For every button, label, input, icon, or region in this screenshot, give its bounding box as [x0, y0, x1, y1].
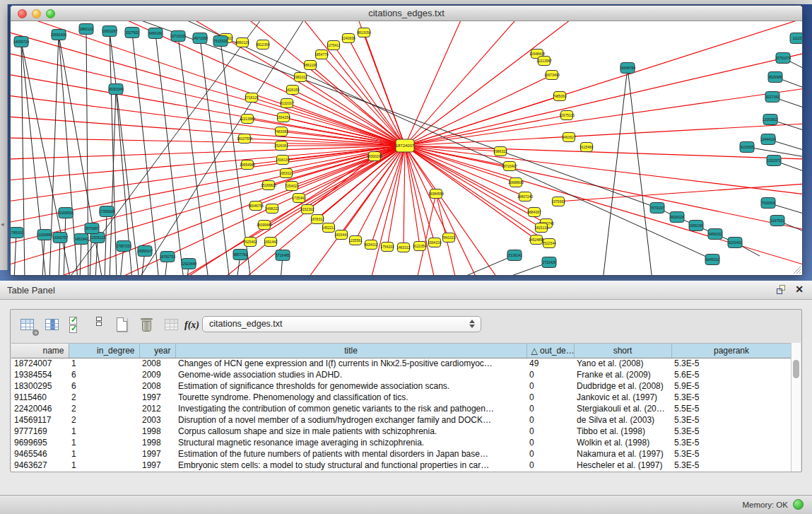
network-node[interactable]: 8912354: [256, 40, 270, 49]
network-node[interactable]: 15751074: [775, 53, 791, 64]
network-node[interactable]: 1506139: [276, 156, 290, 165]
network-node[interactable]: 10973493: [544, 71, 560, 80]
network-node[interactable]: 9215935: [740, 142, 754, 153]
network-node[interactable]: 1691442: [264, 238, 278, 247]
column-header-in_degree[interactable]: in_degree: [69, 344, 139, 358]
network-node[interactable]: 1754203: [380, 243, 394, 252]
network-node[interactable]: 9152302: [300, 205, 314, 214]
table-row[interactable]: 1872400712008Changes of HCN gene express…: [11, 358, 792, 369]
network-node[interactable]: 6466160: [148, 28, 163, 39]
table-row[interactable]: 2242004622012Investigating the contribut…: [11, 403, 792, 414]
table-selector-dropdown[interactable]: citations_edges.txt: [202, 316, 481, 332]
column-header-year[interactable]: year: [139, 344, 175, 358]
network-node[interactable]: 1878312: [310, 215, 324, 224]
network-node[interactable]: 7485063: [553, 92, 567, 101]
window-resize-grip[interactable]: [792, 264, 801, 274]
network-node[interactable]: 7016504: [761, 198, 775, 209]
network-node[interactable]: 14055724: [13, 37, 29, 47]
network-node[interactable]: 7515526: [213, 36, 228, 47]
network-node[interactable]: 16099484: [257, 221, 272, 230]
column-header-out_de[interactable]: △ out_de…: [526, 344, 574, 358]
network-node[interactable]: 9884067: [527, 208, 541, 217]
network-node[interactable]: 5716485: [276, 250, 290, 261]
network-node[interactable]: 2986322: [493, 147, 507, 156]
network-node[interactable]: 1975692: [551, 197, 565, 206]
network-node[interactable]: 14671368: [192, 33, 208, 44]
network-node[interactable]: 1854779: [314, 50, 329, 59]
window-titlebar[interactable]: citations_edges.txt: [11, 6, 802, 21]
network-node[interactable]: 9529966: [768, 72, 782, 83]
network-node[interactable]: 20206506: [58, 208, 73, 218]
network-node[interactable]: 1735441: [292, 194, 306, 203]
network-node[interactable]: 2526061: [274, 141, 288, 151]
network-node[interactable]: 26053346: [108, 84, 124, 95]
network-node[interactable]: 10688609: [508, 178, 524, 187]
network-node[interactable]: 15166825: [261, 181, 276, 190]
network-node[interactable]: 8813054: [357, 28, 371, 37]
network-node[interactable]: 9245012: [705, 255, 719, 265]
network-node[interactable]: 1785001: [11, 228, 23, 238]
network-node[interactable]: 9926024: [670, 212, 684, 223]
network-node[interactable]: 18720407: [502, 162, 517, 171]
table-row[interactable]: 969969511998Structural magnetic resonanc…: [11, 437, 792, 448]
network-node[interactable]: 17957253: [116, 241, 131, 252]
network-node[interactable]: 7625402: [243, 238, 257, 247]
network-node[interactable]: 12444124: [760, 134, 776, 145]
column-header-short[interactable]: short: [574, 344, 671, 358]
network-node[interactable]: 17359928: [99, 206, 114, 217]
table-row[interactable]: 911546021997Tourette syndrome. Phenomeno…: [11, 392, 792, 403]
table-row[interactable]: 946554611997Estimation of the future num…: [11, 448, 792, 460]
network-node[interactable]: 1815132: [534, 223, 548, 233]
network-node[interactable]: 9215402: [728, 238, 742, 248]
network-node[interactable]: 16046756: [248, 201, 264, 211]
column-header-name[interactable]: name: [11, 344, 69, 358]
network-node[interactable]: 1527602: [125, 28, 139, 38]
network-node[interactable]: 9634012: [364, 240, 378, 250]
network-node[interactable]: 8132007: [280, 99, 294, 108]
network-node[interactable]: 1463312: [396, 243, 411, 252]
network-node[interactable]: 12213967: [536, 57, 552, 66]
network-node[interactable]: 1275411: [326, 41, 340, 50]
network-node[interactable]: 12923448: [181, 259, 196, 269]
network-node[interactable]: 1451942: [74, 234, 88, 245]
network-node[interactable]: 9857791: [233, 250, 247, 260]
table-row[interactable]: 1938455462009Genome-wide association stu…: [11, 369, 792, 380]
network-node[interactable]: 16648784: [620, 63, 635, 74]
network-node[interactable]: 18300295: [367, 152, 382, 161]
scrollbar-thumb[interactable]: [793, 360, 799, 378]
network-node[interactable]: 9463627: [562, 133, 576, 142]
network-node[interactable]: 16958107: [137, 246, 153, 257]
network-node[interactable]: 20691406: [51, 30, 66, 40]
network-node[interactable]: 9975887: [85, 223, 99, 234]
network-graph[interactable]: 1872400788130542240838127541118547799861…: [11, 21, 802, 275]
network-node[interactable]: 1733426: [542, 257, 556, 268]
network-node[interactable]: 10653287: [102, 26, 117, 37]
network-node[interactable]: 7483083: [274, 127, 288, 136]
new-column-button[interactable]: [114, 316, 132, 334]
network-node[interactable]: 1235561: [348, 236, 363, 245]
network-node[interactable]: 18724007: [396, 139, 415, 152]
network-node[interactable]: 2718126: [245, 93, 259, 103]
column-header-pagerank[interactable]: pagerank: [671, 344, 792, 358]
float-panel-icon[interactable]: [777, 285, 787, 295]
network-node[interactable]: 11156889: [37, 230, 52, 240]
network-node[interactable]: 18107554: [237, 134, 252, 144]
network-node[interactable]: 7679197: [650, 203, 664, 214]
network-node[interactable]: 1981012: [293, 73, 307, 82]
column-header-title[interactable]: title: [175, 344, 526, 358]
network-node[interactable]: 2522544: [542, 239, 556, 248]
network-node[interactable]: 9115460: [579, 143, 593, 152]
close-panel-icon[interactable]: ✕: [795, 284, 804, 295]
network-node[interactable]: 9456032: [708, 229, 722, 240]
vertical-scrollbar[interactable]: [791, 343, 801, 472]
network-node[interactable]: 1554254: [276, 113, 290, 122]
network-node[interactable]: 11123: [790, 33, 802, 44]
table-row[interactable]: 946362711997Embryonic stem cells: a mode…: [11, 460, 792, 471]
network-node[interactable]: 1656156: [689, 221, 703, 231]
unselect-all-columns-button[interactable]: [90, 316, 109, 334]
network-node[interactable]: 18807243: [517, 192, 533, 201]
network-node[interactable]: 1332971: [767, 156, 781, 166]
network-node[interactable]: 16782753: [160, 252, 175, 262]
network-canvas[interactable]: 1872400788130542240838127541118547799861…: [11, 21, 802, 275]
network-node[interactable]: 12975115: [559, 111, 575, 120]
